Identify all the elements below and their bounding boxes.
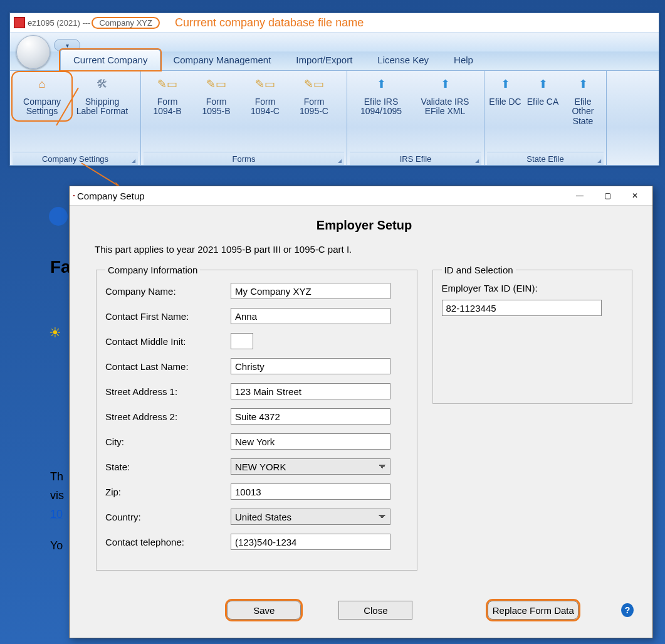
close-window-button[interactable]: ✕ (621, 187, 649, 204)
tab-license-key[interactable]: License Key (365, 50, 441, 70)
title-annotation: Currrent company database file name (175, 16, 364, 29)
button-form-1094b[interactable]: ✎▭ Form 1094-B (144, 72, 191, 120)
tab-import-export[interactable]: Import/Export (283, 50, 365, 70)
input-street1[interactable] (231, 383, 390, 399)
tools-icon: 🛠 (74, 76, 130, 93)
button-efile-dc-label: Efile DC (488, 97, 522, 107)
app-icon (14, 17, 25, 28)
save-button[interactable]: Save (227, 601, 301, 620)
button-form-1095c-label: Form 1095-C (291, 97, 337, 117)
label-middle-init: Contact Middle Init: (105, 336, 231, 347)
button-form-1094c[interactable]: ✎▭ Form 1094-C (241, 72, 289, 120)
button-efile-other-state-label: Efile Other State (563, 97, 602, 126)
label-telephone: Contact telephone: (105, 537, 231, 547)
input-city[interactable] (231, 433, 390, 450)
input-street2[interactable] (231, 408, 390, 425)
titlebar: ez1095 (2021) --- Company XYZ Currrent c… (10, 13, 659, 32)
fieldset-id-selection: ID and Selection Employer Tax ID (EIN): (432, 265, 633, 404)
fieldset-company-information: Company Information Company Name: Contac… (96, 265, 417, 571)
dialog-heading: Employer Setup (95, 218, 634, 233)
maximize-button[interactable]: ▢ (594, 187, 621, 204)
upload-icon: ⬆ (563, 76, 602, 93)
tab-help[interactable]: Help (441, 50, 486, 70)
upload-icon: ⬆ (351, 76, 411, 93)
form-edit-icon: ✎▭ (243, 76, 288, 93)
dialog-title: Company Setup (77, 191, 145, 201)
upload-icon: ⬆ (526, 76, 560, 93)
sun-icon: ☀ (49, 325, 61, 341)
company-setup-dialog: Company Setup — ▢ ✕ Employer Setup This … (69, 186, 653, 638)
label-first-name: Contact First Name: (105, 311, 231, 322)
form-edit-icon: ✎▭ (291, 76, 337, 93)
ribbon-group-label-state-efile: State Efile (487, 152, 604, 165)
help-icon[interactable]: ? (621, 603, 634, 617)
dialog-body: Employer Setup This part applies to year… (70, 206, 652, 591)
home-icon: ⌂ (14, 76, 70, 93)
button-efile-other-state[interactable]: ⬆ Efile Other State (562, 72, 604, 130)
button-form-1095c[interactable]: ✎▭ Form 1095-C (290, 72, 338, 120)
button-form-1094c-label: Form 1094-C (243, 97, 288, 117)
label-street1: Street Address 1: (105, 386, 231, 397)
title-company: Company XYZ (92, 17, 160, 29)
form-edit-icon: ✎▭ (145, 76, 190, 93)
office-orb-button[interactable] (16, 35, 50, 69)
ribbon-group-irs-efile: ⬆ Efile IRS 1094/1095 ⬆ Validate IRS EFi… (347, 71, 484, 165)
select-country[interactable]: United States (231, 509, 390, 525)
label-ein: Employer Tax ID (EIN): (442, 283, 567, 293)
label-country: Country: (105, 512, 231, 522)
ribbon-group-company-settings: ⌂ Company Settings 🛠 Shipping Label Form… (10, 71, 141, 165)
input-first-name[interactable] (231, 308, 390, 324)
button-efile-irs-label: Efile IRS 1094/1095 (351, 97, 411, 117)
button-shipping-label-format-label: Shipping Label Format (74, 97, 130, 117)
ribbon-group-label-forms: Forms (144, 152, 344, 165)
input-telephone[interactable] (231, 534, 390, 550)
button-efile-irs[interactable]: ⬆ Efile IRS 1094/1095 (350, 72, 412, 120)
page-para-fragment-2: Yo (50, 539, 63, 552)
tab-company-management[interactable]: Company Management (160, 50, 283, 70)
button-shipping-label-format[interactable]: 🛠 Shipping Label Format (73, 72, 132, 120)
label-city: City: (105, 436, 231, 447)
button-validate-irs-xml-label: Validate IRS EFile XML (415, 97, 475, 117)
label-company-name: Company Name: (105, 286, 231, 297)
ribbon-tabs: Current Company Company Management Impor… (60, 33, 486, 70)
button-efile-dc[interactable]: ⬆ Efile DC (487, 72, 523, 110)
button-efile-ca[interactable]: ⬆ Efile CA (525, 72, 561, 110)
ribbon-group-label-irs-efile: IRS Efile (350, 152, 481, 165)
input-zip[interactable] (231, 483, 390, 500)
button-company-settings-label: Company Settings (14, 97, 70, 117)
button-form-1095b-label: Form 1095-B (194, 97, 239, 117)
main-window: ez1095 (2021) --- Company XYZ Currrent c… (9, 13, 659, 166)
button-form-1094b-label: Form 1094-B (145, 97, 190, 117)
label-last-name: Contact Last Name: (105, 361, 231, 372)
ribbon-group-state-efile: ⬆ Efile DC ⬆ Efile CA ⬆ Efile Other Stat… (484, 71, 607, 165)
ribbon-header: ▾ Current Company Company Management Imp… (10, 32, 659, 71)
ribbon-group-forms: ✎▭ Form 1094-B ✎▭ Form 1095-B ✎▭ Form 10… (141, 71, 347, 165)
button-validate-irs-xml[interactable]: ⬆ Validate IRS EFile XML (414, 72, 476, 120)
label-state: State: (105, 462, 231, 472)
input-ein[interactable] (442, 300, 602, 316)
close-button[interactable]: Close (338, 601, 412, 620)
dialog-buttons: Save Close Replace Form Data ? (70, 591, 652, 638)
ribbon-body: ⌂ Company Settings 🛠 Shipping Label Form… (10, 71, 659, 166)
label-street2: Street Address 2: (105, 411, 231, 422)
dialog-subheading: This part applies to year 2021 1095-B pa… (95, 244, 634, 255)
replace-form-data-button[interactable]: Replace Form Data (488, 601, 579, 620)
button-efile-ca-label: Efile CA (526, 97, 560, 107)
tab-current-company[interactable]: Current Company (60, 50, 160, 70)
input-middle-init[interactable] (231, 333, 253, 349)
input-company-name[interactable] (231, 283, 390, 299)
minimize-button[interactable]: — (566, 187, 594, 204)
upload-icon: ⬆ (488, 76, 522, 93)
legend-company-information: Company Information (105, 265, 200, 275)
page-para-fragment-1a: Th (50, 470, 63, 483)
button-form-1095b[interactable]: ✎▭ Form 1095-B (192, 72, 240, 120)
select-state[interactable]: NEW YORK (231, 458, 390, 475)
ribbon-group-label-company-settings: Company Settings (13, 152, 138, 165)
info-badge-icon (49, 207, 68, 226)
dialog-app-icon (73, 195, 75, 196)
input-last-name[interactable] (231, 358, 390, 374)
form-edit-icon: ✎▭ (194, 76, 239, 93)
page-link-fragment[interactable]: 10 (50, 508, 63, 521)
page-heading-fragment: Fa (50, 257, 71, 277)
button-company-settings[interactable]: ⌂ Company Settings (13, 72, 71, 120)
